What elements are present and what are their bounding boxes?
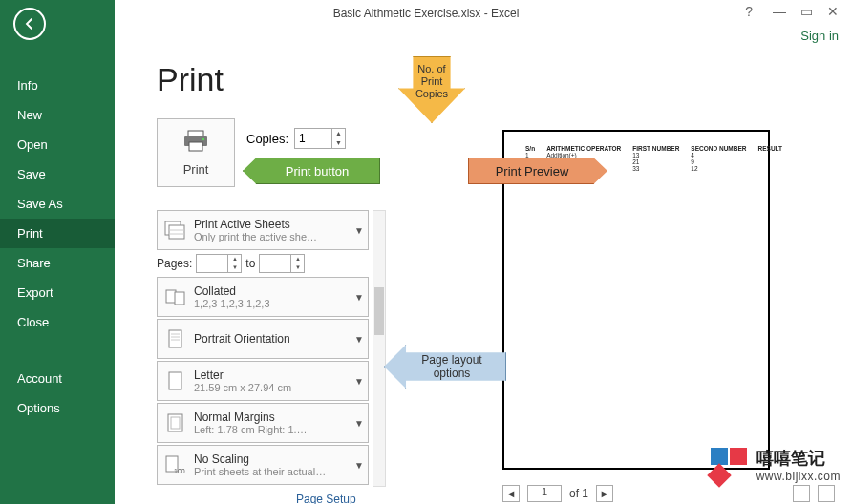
print-button-label: Print <box>183 162 209 177</box>
annotation-copies: No. of Print Copies <box>397 55 466 124</box>
sidebar-item-saveas[interactable]: Save As <box>0 189 115 219</box>
sidebar-item-account[interactable]: Account <box>0 364 115 393</box>
sidebar-item-options[interactable]: Options <box>0 393 115 423</box>
show-margins-button[interactable] <box>793 485 810 502</box>
setting-margins[interactable]: Normal MarginsLeft: 1.78 cm Right: 1.… ▼ <box>157 403 369 443</box>
svg-rect-9 <box>175 292 184 304</box>
sidebar-item-save[interactable]: Save <box>0 159 115 189</box>
setting-print-active-sheets[interactable]: Print Active SheetsOnly print the active… <box>157 210 369 250</box>
sidebar-item-close[interactable]: Close <box>0 307 115 337</box>
chevron-down-icon: ▼ <box>351 292 368 303</box>
setting-paper-size[interactable]: Letter21.59 cm x 27.94 cm ▼ <box>157 361 369 401</box>
pages-to-label: to <box>245 257 255 270</box>
restore-button[interactable]: ▭ <box>793 4 820 19</box>
page-count-label: of 1 <box>569 487 588 500</box>
svg-point-3 <box>202 137 204 139</box>
portrait-icon <box>158 328 194 349</box>
window-title: Basic Aithmetic Exercise.xlsx - Excel <box>333 7 520 20</box>
titlebar: Basic Aithmetic Exercise.xlsx - Excel ? … <box>0 0 852 27</box>
pages-label: Pages: <box>157 257 192 270</box>
current-page-input[interactable]: 1 <box>527 485 562 502</box>
svg-text:100: 100 <box>174 468 185 474</box>
help-icon[interactable]: ? <box>745 4 753 19</box>
chevron-down-icon: ▼ <box>351 376 368 387</box>
sidebar-item-open[interactable]: Open <box>0 130 115 159</box>
sidebar-item-share[interactable]: Share <box>0 248 115 278</box>
zoom-to-page-button[interactable] <box>818 485 835 502</box>
sidebar-item-print[interactable]: Print <box>0 219 115 248</box>
printer-icon <box>182 130 209 157</box>
svg-rect-5 <box>169 225 184 239</box>
copies-row: Copies: ▲▼ <box>246 128 346 149</box>
chevron-down-icon: ▼ <box>351 334 368 345</box>
next-page-button[interactable]: ► <box>596 485 613 502</box>
annotation-page-layout: Page layout options <box>384 344 506 389</box>
pages-range: Pages: ▲▼ to ▲▼ <box>157 252 369 275</box>
sidebar-item-info[interactable]: Info <box>0 71 115 100</box>
page-title: Print <box>157 61 224 98</box>
copies-spin-buttons[interactable]: ▲▼ <box>331 129 345 148</box>
prev-page-button[interactable]: ◄ <box>502 485 520 502</box>
page-navigation: ◄ 1 of 1 ► <box>502 485 613 502</box>
chevron-down-icon: ▼ <box>351 418 368 429</box>
pages-from[interactable]: ▲▼ <box>196 254 242 273</box>
print-settings: Print Active SheetsOnly print the active… <box>157 210 369 487</box>
sheets-icon <box>158 220 194 240</box>
sidebar-item-new[interactable]: New <box>0 100 115 130</box>
svg-rect-0 <box>188 131 203 136</box>
close-button[interactable]: ✕ <box>820 4 846 19</box>
paper-icon <box>158 370 194 391</box>
svg-rect-10 <box>169 330 181 347</box>
setting-scaling[interactable]: 100 No ScalingPrint sheets at their actu… <box>157 445 369 485</box>
sidebar-menu: Info New Open Save Save As Print Share E… <box>0 71 115 423</box>
backstage-sidebar: Info New Open Save Save As Print Share E… <box>0 0 115 504</box>
setting-orientation[interactable]: Portrait Orientation ▼ <box>157 319 369 359</box>
watermark-logo <box>711 448 751 482</box>
copies-input[interactable] <box>295 129 331 148</box>
watermark-text: 嘻嘻笔记 <box>756 447 841 470</box>
annotation-print-button: Print button <box>243 157 380 185</box>
minimize-button[interactable]: — <box>766 4 793 19</box>
collated-icon <box>158 287 194 306</box>
zoom-controls <box>793 485 835 502</box>
print-button[interactable]: Print <box>157 118 235 187</box>
pages-to[interactable]: ▲▼ <box>259 254 305 273</box>
margins-icon <box>158 412 194 433</box>
back-button[interactable] <box>13 8 46 40</box>
setting-collated[interactable]: Collated1,2,3 1,2,3 1,2,3 ▼ <box>157 277 369 317</box>
annotation-print-preview: Print Preview <box>468 157 607 185</box>
watermark: 嘻嘻笔记 www.bijixx.com <box>711 447 841 483</box>
scaling-icon: 100 <box>158 454 194 475</box>
svg-rect-2 <box>189 142 202 151</box>
watermark-url: www.bijixx.com <box>756 470 841 483</box>
chevron-down-icon: ▼ <box>351 225 368 236</box>
window-controls: — ▭ ✕ <box>766 4 846 19</box>
page-setup-link[interactable]: Page Setup <box>296 493 356 504</box>
main-panel: Print Print Copies: ▲▼ Print Active Shee… <box>115 38 852 504</box>
chevron-down-icon: ▼ <box>351 460 368 471</box>
copies-label: Copies: <box>246 132 288 146</box>
svg-rect-14 <box>169 372 181 389</box>
copies-spinner[interactable]: ▲▼ <box>294 128 346 149</box>
sidebar-item-export[interactable]: Export <box>0 278 115 307</box>
